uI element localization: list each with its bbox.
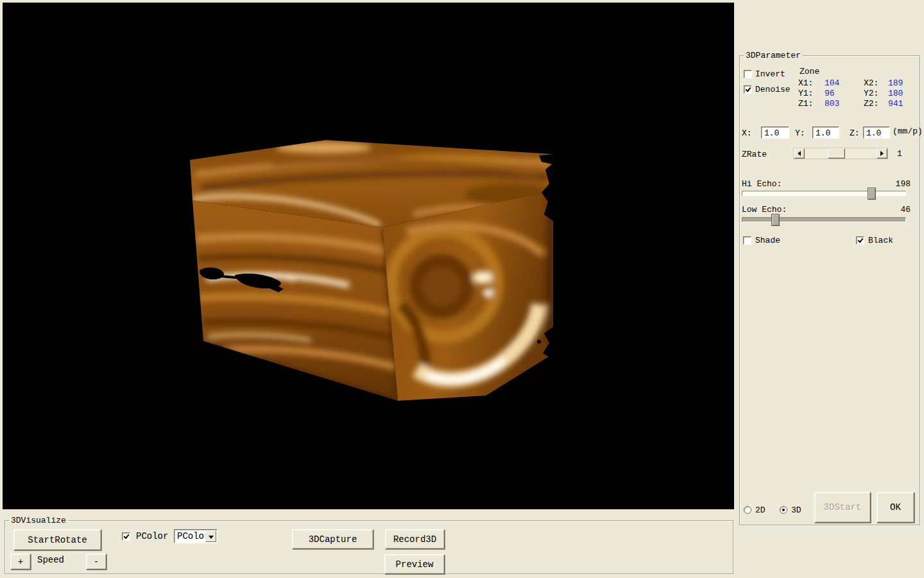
- zone-y1-label: Y1:: [798, 89, 813, 98]
- mode-2d-label: 2D: [755, 505, 766, 515]
- scale-y-input[interactable]: [812, 127, 839, 139]
- zrate-label: ZRate: [742, 150, 767, 159]
- visualize-groupbox-title: 3DVisualize: [9, 516, 68, 525]
- pcolor-checkbox[interactable]: [122, 532, 130, 541]
- invert-checkbox[interactable]: [744, 70, 752, 78]
- zrate-scroll-left-button[interactable]: [794, 148, 805, 159]
- zone-x2-value: 189: [888, 78, 903, 88]
- parameter-groupbox-title: 3DParameter: [744, 51, 803, 60]
- zone-z1-value: 803: [825, 99, 839, 109]
- scale-unit-label: (mm/p): [893, 127, 923, 136]
- zone-z2-label: Z2:: [864, 99, 878, 109]
- low-echo-value: 46: [900, 205, 911, 215]
- scale-x-label: X:: [742, 128, 752, 138]
- mode-2d-radio[interactable]: [744, 506, 751, 514]
- zone-z1-label: Z1:: [798, 99, 813, 109]
- hi-echo-slider-thumb[interactable]: [868, 188, 876, 200]
- zone-y2-value: 180: [888, 89, 903, 98]
- scale-z-input[interactable]: [863, 127, 890, 139]
- black-checkbox[interactable]: [856, 236, 864, 245]
- hi-echo-slider-track[interactable]: [742, 191, 906, 196]
- scale-z-label: Z:: [850, 128, 860, 138]
- parameter-groupbox: 3DParameter Invert Denoise Zone X1: 104 …: [739, 55, 920, 525]
- zone-z2-value: 941: [888, 99, 903, 109]
- record3d-button[interactable]: Record3D: [385, 529, 445, 549]
- zone-label: Zone: [800, 67, 819, 76]
- app-window: { "colors": { "panel_bg": "#ece9d8", "vi…: [0, 0, 924, 578]
- chevron-down-icon: [209, 536, 214, 539]
- visualize-groupbox: 3DVisualize StartRotate + Speed - PColor…: [4, 520, 733, 574]
- low-echo-slider-track[interactable]: [742, 217, 906, 222]
- hi-echo-label: Hi Echo:: [742, 179, 782, 189]
- speed-label: Speed: [37, 556, 64, 565]
- low-echo-label: Low Echo:: [742, 205, 787, 215]
- 3dcapture-button[interactable]: 3DCapture: [292, 529, 373, 549]
- pcolor-dropdown-value: PColor: [177, 531, 209, 541]
- black-label: Black: [868, 236, 893, 245]
- mode-3d-radio[interactable]: [780, 506, 787, 514]
- zone-x1-value: 104: [825, 78, 839, 88]
- zone-y1-value: 96: [825, 89, 835, 98]
- speed-minus-button[interactable]: -: [86, 554, 107, 570]
- ok-button[interactable]: OK: [877, 492, 914, 523]
- zone-y2-label: Y2:: [864, 89, 878, 98]
- invert-label: Invert: [755, 69, 785, 79]
- render-viewport[interactable]: [3, 3, 734, 509]
- pcolor-label: PColor: [136, 532, 168, 541]
- mode-3d-label: 3D: [791, 505, 801, 515]
- arrow-right-icon: [880, 151, 884, 156]
- zrate-scrollbar-thumb[interactable]: [828, 148, 845, 159]
- pcolor-dropdown-button[interactable]: [205, 530, 216, 542]
- shade-checkbox[interactable]: [743, 236, 751, 245]
- arrow-left-icon: [798, 151, 801, 156]
- start-rotate-button[interactable]: StartRotate: [13, 529, 101, 550]
- zrate-scrollbar[interactable]: [793, 148, 888, 159]
- zrate-value: 1: [897, 149, 902, 159]
- zone-x1-label: X1:: [798, 78, 813, 88]
- preview-button[interactable]: Preview: [384, 554, 445, 574]
- scale-x-input[interactable]: [761, 127, 789, 139]
- speed-plus-button[interactable]: +: [10, 554, 31, 570]
- hi-echo-value: 198: [896, 179, 911, 189]
- zrate-scroll-right-button[interactable]: [877, 148, 887, 159]
- shade-label: Shade: [755, 236, 780, 245]
- denoise-label: Denoise: [755, 85, 791, 94]
- low-echo-slider-thumb[interactable]: [771, 214, 780, 226]
- scale-y-label: Y:: [795, 128, 805, 138]
- volume-render: [3, 3, 734, 509]
- zone-x2-label: X2:: [864, 78, 878, 88]
- pcolor-dropdown[interactable]: PColor: [174, 529, 218, 543]
- denoise-checkbox[interactable]: [744, 85, 752, 94]
- 3dstart-button[interactable]: 3DStart: [814, 492, 871, 523]
